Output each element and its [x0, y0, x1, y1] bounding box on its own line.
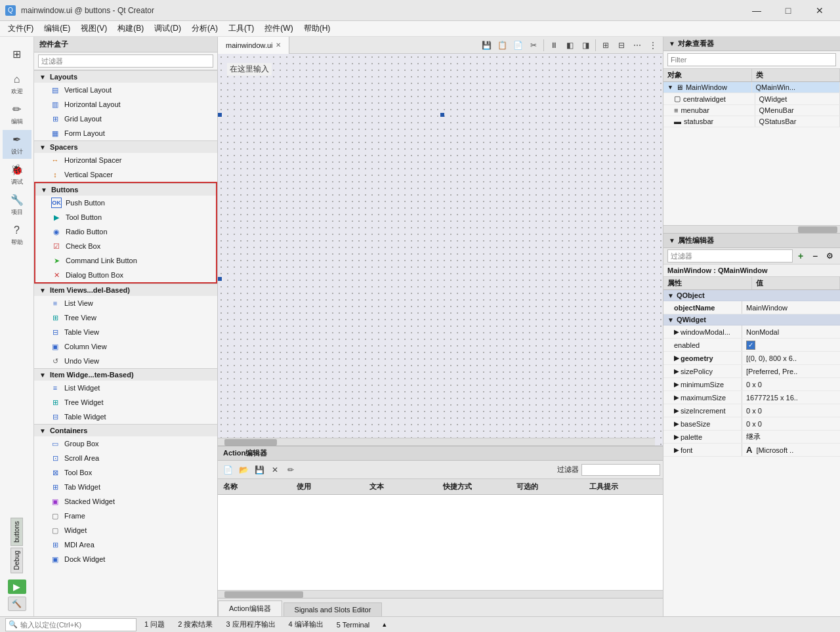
prop-value-minimumsize[interactable]: 0 x 0	[742, 378, 840, 390]
widget-tree-widget[interactable]: ⊞ Tree Widget	[34, 395, 217, 410]
menu-view[interactable]: 视图(V)	[75, 22, 112, 35]
widget-horizontal-layout[interactable]: ▥ Horizontal Layout	[34, 97, 217, 112]
category-item-views[interactable]: ▼ Item Views...del-Based)	[34, 284, 217, 296]
prop-btn-settings[interactable]: ⚙	[823, 249, 836, 263]
tab-mainwindow[interactable]: mainwindow.ui ✕	[218, 37, 289, 54]
prop-value-windowmodal[interactable]: NonModal	[742, 326, 840, 338]
menu-edit[interactable]: 编辑(E)	[39, 22, 75, 35]
sidebar-item-design[interactable]: ✒ 设计	[3, 130, 32, 159]
search-input[interactable]	[20, 621, 133, 629]
prop-value-font[interactable]: A [Microsoft ..	[742, 444, 840, 456]
action-hscroll[interactable]	[218, 590, 663, 598]
menu-tools[interactable]: 工具(T)	[223, 22, 259, 35]
widget-group-box[interactable]: ▭ Group Box	[34, 436, 217, 451]
toolbar-paste[interactable]: 📄	[511, 38, 525, 53]
tab-signals-slots[interactable]: Signals and Slots Editor	[284, 602, 383, 616]
menu-file[interactable]: 文件(F)	[3, 22, 39, 35]
menu-help[interactable]: 帮助(H)	[299, 22, 336, 35]
widget-stacked-widget[interactable]: ▣ Stacked Widget	[34, 494, 217, 509]
prop-btn-plus[interactable]: +	[794, 249, 807, 263]
sidebar-item-help[interactable]: ? 帮助	[3, 221, 32, 249]
design-area[interactable]: 在这里输入	[218, 54, 663, 446]
menu-analyze[interactable]: 分析(A)	[186, 22, 223, 35]
sidebar-item-welcome[interactable]: ⌂ 欢迎	[3, 70, 32, 98]
toolbar-grid[interactable]: ⊞	[598, 38, 613, 53]
toolbar-save[interactable]: 💾	[479, 38, 494, 53]
sidebar-icon-grid[interactable]: ⊞	[3, 39, 32, 68]
status-app-output[interactable]: 3 应用程序输出	[220, 618, 280, 631]
widget-grid-layout[interactable]: ⊞ Grid Layout	[34, 112, 217, 126]
obj-row-menubar[interactable]: ≡ menubar QMenuBar	[663, 105, 840, 116]
widget-vertical-spacer[interactable]: ↕ Vertical Spacer	[34, 167, 217, 182]
widget-tool-button[interactable]: ▶ Tool Button	[35, 210, 216, 224]
toolbar-align-right[interactable]: ◨	[578, 38, 593, 53]
widget-horizontal-spacer[interactable]: ↔ Horizontal Spacer	[34, 153, 217, 167]
menu-controls[interactable]: 控件(W)	[259, 22, 298, 35]
action-filter-input[interactable]	[581, 464, 660, 476]
toolbar-dots[interactable]: ⋯	[630, 38, 644, 53]
widget-list-view[interactable]: ≡ List View	[34, 296, 217, 310]
prop-btn-minus[interactable]: −	[808, 249, 822, 263]
toolbar-cut[interactable]: ✂	[526, 38, 541, 53]
widget-command-link-button[interactable]: ➤ Command Link Button	[35, 253, 216, 268]
tab-action-editor[interactable]: Action编辑器	[218, 600, 282, 616]
menu-debug[interactable]: 调试(D)	[149, 22, 186, 35]
widget-check-box[interactable]: ☑ Check Box	[35, 239, 216, 253]
widget-mdi-area[interactable]: ⊞ MDI Area	[34, 537, 217, 552]
status-problems[interactable]: 1 问题	[139, 618, 170, 631]
widget-tab-widget[interactable]: ⊞ Tab Widget	[34, 480, 217, 494]
sidebar-item-debug[interactable]: 🐞 调试	[3, 160, 32, 189]
widget-scroll-area[interactable]: ⊡ Scroll Area	[34, 451, 217, 465]
action-edit[interactable]: ✏	[284, 463, 298, 477]
prop-value-sizeincrement[interactable]: 0 x 0	[742, 404, 840, 417]
obj-row-statusbar[interactable]: ▬ statusbar QStatusBar	[663, 116, 840, 127]
widget-push-button[interactable]: OK Push Button	[35, 196, 216, 210]
action-open[interactable]: 📂	[236, 463, 251, 477]
category-layouts[interactable]: ▼ Layouts	[34, 70, 217, 83]
widget-vertical-layout[interactable]: ▤ Vertical Layout	[34, 83, 217, 97]
toolbar-grid2[interactable]: ⊟	[614, 38, 629, 53]
status-terminal[interactable]: 5 Terminal	[331, 620, 375, 630]
category-item-widgets[interactable]: ▼ Item Widge...tem-Based)	[34, 368, 217, 381]
build-button[interactable]: 🔨	[8, 597, 26, 611]
action-new[interactable]: 📄	[220, 463, 235, 477]
obj-row-centralwidget[interactable]: ▢ centralwidget QWidget	[663, 93, 840, 105]
widget-tree-view[interactable]: ⊞ Tree View	[34, 310, 217, 325]
widget-table-widget[interactable]: ⊟ Table Widget	[34, 410, 217, 424]
sidebar-item-edit[interactable]: ✏ 编辑	[3, 100, 32, 129]
prop-value-palette[interactable]: 继承	[742, 431, 840, 443]
category-containers[interactable]: ▼ Containers	[34, 424, 217, 436]
sidebar-item-project[interactable]: 🔧 项目	[3, 190, 32, 219]
prop-filter-input[interactable]	[667, 249, 793, 263]
enabled-checkbox[interactable]: ✓	[746, 341, 755, 350]
widget-frame[interactable]: ▢ Frame	[34, 509, 217, 523]
run-button[interactable]: ▶	[8, 579, 26, 594]
prop-value-objectname[interactable]: MainWindow	[742, 301, 840, 314]
status-arrow-up[interactable]: ▴	[377, 619, 392, 630]
toolbar-dots2[interactable]: ⋮	[646, 38, 660, 53]
prop-value-sizepolicy[interactable]: [Preferred, Pre..	[742, 365, 840, 377]
obj-row-mainwindow[interactable]: ▼ 🖥 MainWindow QMainWin...	[663, 82, 840, 93]
action-save[interactable]: 💾	[252, 463, 266, 477]
widget-dialog-button-box[interactable]: ✕ Dialog Button Box	[35, 268, 216, 282]
widget-radio-button[interactable]: ◉ Radio Button	[35, 224, 216, 239]
category-buttons[interactable]: ▼ Buttons	[35, 183, 216, 196]
buttons-panel-label[interactable]: buttons	[10, 518, 23, 546]
status-compile-output[interactable]: 4 编译输出	[284, 618, 329, 631]
widget-table-view[interactable]: ⊟ Table View	[34, 325, 217, 339]
widget-tool-box[interactable]: ⊠ Tool Box	[34, 465, 217, 480]
widget-widget[interactable]: ▢ Widget	[34, 523, 217, 537]
prop-value-maximumsize[interactable]: 16777215 x 16..	[742, 391, 840, 404]
toolbar-align-left[interactable]: ◧	[562, 38, 577, 53]
widget-undo-view[interactable]: ↺ Undo View	[34, 354, 217, 368]
toolbar-pause[interactable]: ⏸	[547, 38, 561, 53]
menu-build[interactable]: 构建(B)	[112, 22, 149, 35]
debug-panel-label[interactable]: Debug	[10, 547, 23, 573]
canvas-hscroll[interactable]	[218, 438, 655, 446]
status-search[interactable]: 2 搜索结果	[173, 618, 218, 631]
action-delete[interactable]: ✕	[268, 463, 282, 477]
widget-filter-input[interactable]	[38, 54, 213, 68]
obj-filter-input[interactable]	[667, 53, 836, 66]
tab-mainwindow-close[interactable]: ✕	[276, 41, 281, 49]
widget-column-view[interactable]: ▣ Column View	[34, 339, 217, 354]
